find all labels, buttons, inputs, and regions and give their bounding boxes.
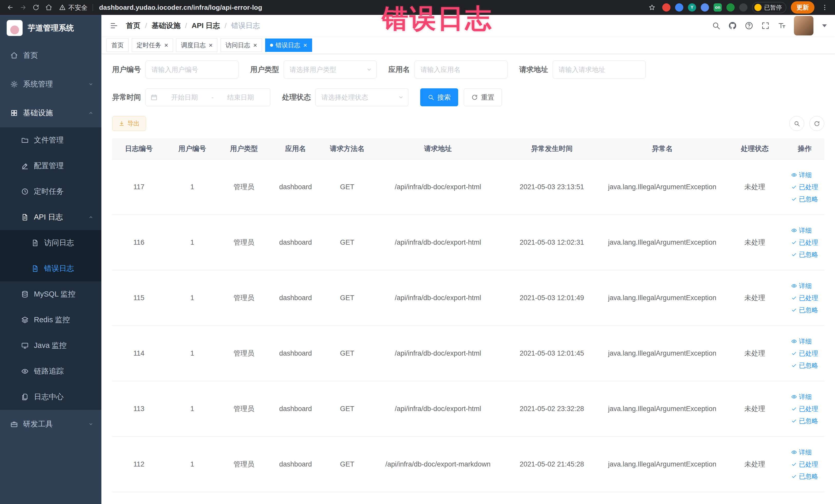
sidebar-item-scheduled-tasks[interactable]: 定时任务 (0, 179, 101, 204)
document-icon (21, 213, 29, 221)
close-icon[interactable]: × (209, 42, 212, 48)
cell-exception-time: 2021-05-03 12:01:45 (504, 326, 600, 381)
cell-actions: 详细已处理已忽略 (785, 270, 824, 326)
sidebar-item-api-logs[interactable]: API 日志 (0, 204, 101, 230)
caret-down-icon[interactable] (822, 24, 827, 27)
github-icon[interactable] (728, 21, 737, 30)
detail-link[interactable]: 详细 (791, 282, 812, 290)
logo[interactable]: 芋道管理系统 (0, 15, 101, 41)
detail-link[interactable]: 详细 (791, 337, 812, 346)
browser-menu-kebab-icon[interactable] (819, 2, 830, 13)
mark-ignored-link[interactable]: 已忽略 (791, 250, 818, 259)
sidebar-item-access-log[interactable]: 访问日志 (0, 230, 101, 256)
mark-processed-link[interactable]: 已处理 (791, 294, 818, 302)
status-select[interactable] (315, 88, 408, 106)
sidebar-item-error-log[interactable]: 错误日志 (0, 256, 101, 281)
sidebar-item-trace[interactable]: 链路追踪 (0, 358, 101, 384)
extension-icon-on[interactable]: on (714, 3, 722, 12)
document-icon (31, 239, 39, 247)
site-security-chip[interactable]: 不安全 (59, 3, 87, 12)
app-name-input[interactable] (414, 61, 507, 79)
avatar[interactable] (794, 16, 813, 36)
browser-reload-button[interactable] (30, 2, 42, 13)
sidebar-item-dev-tools[interactable]: 研发工具 (0, 410, 101, 439)
breadcrumb-item[interactable]: API 日志 (192, 21, 220, 31)
breadcrumb-item[interactable]: 首页 (126, 21, 140, 31)
sidebar-item-redis-monitor[interactable]: Redis 监控 (0, 307, 101, 333)
breadcrumb-item[interactable]: 基础设施 (152, 21, 180, 31)
sidebar-item-mysql-monitor[interactable]: MySQL 监控 (0, 281, 101, 307)
close-icon[interactable]: × (164, 42, 168, 48)
browser-home-button[interactable] (43, 2, 55, 13)
paused-badge[interactable]: 已暂停 (752, 2, 786, 13)
mark-ignored-link[interactable]: 已忽略 (791, 472, 818, 481)
cell-method: GET (322, 326, 372, 381)
cell-status: 未处理 (725, 270, 785, 326)
grid-icon (10, 109, 18, 117)
column-header: 异常发生时间 (504, 138, 600, 159)
extension-icon-4[interactable] (701, 3, 709, 12)
detail-link[interactable]: 详细 (791, 392, 812, 401)
mark-processed-link[interactable]: 已处理 (791, 405, 818, 413)
extension-icon-3[interactable]: Y (688, 3, 696, 12)
cell-exception-time: 2021-05-03 12:01:49 (504, 270, 600, 326)
cell-user-type: 管理员 (219, 159, 269, 215)
search-icon[interactable] (712, 21, 720, 30)
help-icon[interactable] (745, 21, 753, 30)
address-bar-url[interactable]: dashboard.yudao.iocoder.cn/infra/log/api… (99, 4, 262, 12)
chevron-down-icon (88, 421, 94, 427)
tab-item[interactable]: 定时任务× (132, 39, 173, 52)
toggle-search-button[interactable] (789, 116, 804, 131)
close-icon[interactable]: × (253, 42, 257, 48)
browser-back-button[interactable] (5, 2, 16, 13)
date-range-picker[interactable]: 开始日期 - 结束日期 (145, 88, 270, 106)
mark-processed-link[interactable]: 已处理 (791, 183, 818, 191)
cell-app-name: dashboard (269, 437, 322, 492)
sidebar-item-system-management[interactable]: 系统管理 (0, 70, 101, 99)
detail-link[interactable]: 详细 (791, 171, 812, 179)
refresh-icon (471, 94, 478, 101)
export-button[interactable]: 导出 (112, 116, 146, 131)
mark-ignored-link[interactable]: 已忽略 (791, 195, 818, 203)
extension-icon-5[interactable] (727, 3, 735, 12)
tab-item[interactable]: 首页 (106, 39, 128, 52)
search-button[interactable]: 搜索 (420, 88, 458, 106)
sidebar-item-file-management[interactable]: 文件管理 (0, 127, 101, 153)
mark-ignored-link[interactable]: 已忽略 (791, 361, 818, 370)
tab-item[interactable]: 访问日志× (221, 39, 262, 52)
fullscreen-icon[interactable] (761, 21, 770, 30)
check-icon (791, 406, 797, 412)
sidebar-item-config-management[interactable]: 配置管理 (0, 153, 101, 179)
detail-link[interactable]: 详细 (791, 448, 812, 457)
cell-method: GET (322, 437, 372, 492)
mark-processed-link[interactable]: 已处理 (791, 238, 818, 247)
sidebar-item-java-monitor[interactable]: Java 监控 (0, 333, 101, 358)
chrome-update-button[interactable]: 更新 (791, 1, 814, 14)
extension-icon-2[interactable] (675, 3, 683, 12)
tab-active[interactable]: 错误日志× (265, 39, 312, 52)
extension-icon-6[interactable] (739, 3, 748, 12)
sidebar-item-home[interactable]: 首页 (0, 41, 101, 70)
sidebar-item-infrastructure[interactable]: 基础设施 (0, 99, 101, 127)
mark-ignored-link[interactable]: 已忽略 (791, 306, 818, 314)
sidebar-item-log-center[interactable]: 日志中心 (0, 384, 101, 410)
tab-item[interactable]: 调度日志× (176, 39, 218, 52)
font-size-icon[interactable] (777, 21, 786, 30)
close-icon[interactable]: × (303, 42, 307, 48)
hamburger-icon[interactable] (109, 21, 118, 30)
reset-button[interactable]: 重置 (464, 88, 502, 106)
logo-image (7, 20, 23, 36)
request-url-input[interactable] (553, 61, 646, 79)
bookmark-star-icon[interactable] (646, 2, 658, 13)
user-id-input[interactable] (145, 61, 239, 79)
mark-processed-link[interactable]: 已处理 (791, 349, 818, 358)
browser-forward-button[interactable] (18, 2, 29, 13)
detail-link[interactable]: 详细 (791, 226, 812, 235)
cell-log-id: 117 (112, 159, 166, 215)
user-type-select[interactable] (284, 61, 376, 79)
mark-processed-link[interactable]: 已处理 (791, 460, 818, 468)
cell-actions: 详细已处理已忽略 (785, 159, 824, 215)
extension-icon-1[interactable] (662, 3, 670, 12)
refresh-button[interactable] (809, 116, 824, 131)
mark-ignored-link[interactable]: 已忽略 (791, 417, 818, 425)
